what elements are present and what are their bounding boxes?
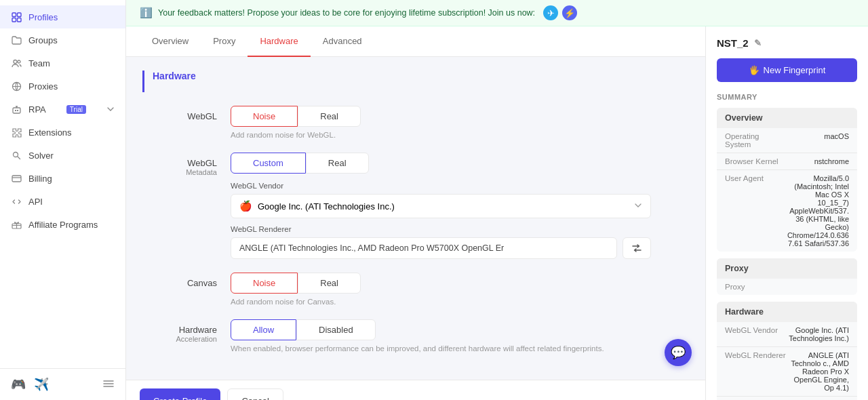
summary-overview-title: Overview: [717, 108, 857, 128]
feedback-banner: ℹ️ Your feedback matters! Propose your i…: [126, 0, 868, 26]
puzzle-icon: [11, 127, 22, 138]
canvas-label: Canvas: [142, 273, 231, 288]
folder-icon: [11, 35, 22, 45]
right-summary-panel: NST_2 ✎ 🖐 New Fingerprint SUMMARY Overvi…: [705, 26, 868, 400]
hw-accel-label-top: Hardware: [179, 325, 217, 335]
globe-icon: [11, 81, 22, 92]
summary-proxy-section: Proxy Proxy: [717, 258, 857, 295]
tab-hardware[interactable]: Hardware: [248, 26, 310, 57]
chat-fab-button[interactable]: 💬: [665, 339, 692, 366]
discord-banner-icon[interactable]: ⚡: [562, 5, 577, 20]
webgl-metadata-custom-btn[interactable]: Custom: [231, 153, 306, 174]
webgl-vendor-section: WebGL Vendor 🍎 Google Inc. (ATI Technolo…: [231, 182, 651, 218]
summary-proxy-key: Proxy: [725, 283, 786, 291]
edit-profile-icon[interactable]: ✎: [754, 38, 762, 48]
chevron-down-icon: [106, 105, 115, 113]
webgl-label: WebGL: [142, 106, 231, 121]
telegram-banner-icon[interactable]: ✈: [543, 5, 558, 20]
sidebar-item-label: Affiliate Programs: [28, 220, 98, 230]
hw-accel-content: Allow Disabled When enabled, browser per…: [231, 319, 651, 353]
summary-kernel-row: Browser Kernel nstchrome: [717, 153, 857, 170]
summary-heading: SUMMARY: [717, 93, 857, 101]
sidebar-item-profiles[interactable]: Profiles: [0, 5, 125, 28]
webgl-vendor-select[interactable]: 🍎 Google Inc. (ATI Technologies Inc.): [231, 194, 651, 218]
shuffle-icon: [631, 243, 642, 254]
svg-rect-2: [12, 18, 16, 22]
sidebar-item-affiliate[interactable]: Affiliate Programs: [0, 213, 125, 236]
sidebar-item-label: Team: [28, 58, 50, 68]
banner-social-icons: ✈ ⚡: [543, 5, 577, 20]
webgl-toggle-group: Noise Real: [231, 106, 651, 127]
tab-overview[interactable]: Overview: [140, 26, 201, 57]
profile-name: NST_2: [717, 37, 749, 49]
sidebar-item-api[interactable]: API: [0, 190, 125, 213]
sidebar-item-groups[interactable]: Groups: [0, 28, 125, 52]
canvas-real-btn[interactable]: Real: [298, 273, 361, 294]
canvas-hint: Add random noise for Canvas.: [231, 298, 651, 306]
sidebar-item-extensions[interactable]: Extensions: [0, 121, 125, 144]
summary-audio-row: AudioContext Noise: [717, 397, 857, 400]
summary-ua-row: User Agent Mozilla/5.0 (Macintosh; Intel…: [717, 170, 857, 252]
summary-webgl-vendor-val: Google Inc. (ATI Technologies Inc.): [786, 326, 849, 342]
svg-rect-3: [17, 18, 21, 22]
create-profile-button[interactable]: Create Profile: [140, 388, 220, 400]
canvas-noise-btn[interactable]: Noise: [231, 273, 298, 294]
summary-overview-section: Overview Operating System macOS Browser …: [717, 108, 857, 252]
code-icon: [11, 196, 22, 207]
tab-proxy[interactable]: Proxy: [201, 26, 248, 57]
webgl-noise-btn[interactable]: Noise: [231, 106, 298, 127]
webgl-metadata-field-row: WebGL Metadata Custom Real WebGL Vendor …: [142, 153, 689, 259]
sidebar-item-label: Solver: [28, 151, 54, 161]
svg-point-4: [14, 60, 17, 63]
webgl-metadata-real-btn[interactable]: Real: [306, 153, 369, 174]
summary-os-row: Operating System macOS: [717, 128, 857, 153]
summary-kernel-val: nstchrome: [814, 157, 849, 165]
sidebar-item-rpa[interactable]: RPA Trial: [0, 98, 125, 121]
telegram-icon[interactable]: ✈️: [34, 377, 49, 392]
card-icon: [11, 173, 22, 184]
sidebar-item-label: Extensions: [28, 127, 72, 138]
new-fp-label: New Fingerprint: [764, 65, 826, 75]
sidebar-item-label: API: [28, 197, 43, 207]
webgl-renderer-section: WebGL Renderer: [231, 225, 651, 259]
sidebar: Profiles Groups Team Proxies RPA: [0, 0, 126, 400]
summary-os-val: macOS: [824, 132, 849, 140]
sidebar-item-billing[interactable]: Billing: [0, 167, 125, 190]
summary-webgl-renderer-key: WebGL Renderer: [725, 351, 786, 359]
canvas-toggle-group: Noise Real: [231, 273, 651, 294]
hw-accel-allow-btn[interactable]: Allow: [231, 319, 296, 340]
form-panel: Overview Proxy Hardware Advanced Hardwar…: [126, 26, 705, 400]
summary-ua-val: Mozilla/5.0 (Macintosh; Intel Mac OS X 1…: [786, 174, 849, 247]
grid-icon: [11, 12, 22, 22]
summary-ua-key: User Agent: [725, 174, 786, 182]
robot-icon: [11, 104, 22, 115]
discord-icon[interactable]: 🎮: [11, 377, 26, 392]
content-area: Overview Proxy Hardware Advanced Hardwar…: [126, 26, 868, 400]
webgl-real-btn[interactable]: Real: [298, 106, 361, 127]
sidebar-item-label: Proxies: [28, 81, 58, 92]
webgl-meta-label-top: WebGL: [187, 158, 217, 168]
users-icon: [11, 58, 22, 68]
tab-bar: Overview Proxy Hardware Advanced: [126, 26, 705, 57]
sidebar-item-solver[interactable]: Solver: [0, 144, 125, 167]
cancel-button[interactable]: Cancel: [227, 388, 283, 400]
webgl-renderer-label: WebGL Renderer: [231, 225, 651, 233]
summary-proxy-title: Proxy: [717, 258, 857, 279]
summary-os-key: Operating System: [725, 132, 786, 148]
sidebar-item-team[interactable]: Team: [0, 52, 125, 75]
new-fingerprint-button[interactable]: 🖐 New Fingerprint: [717, 58, 857, 82]
hw-accel-disabled-btn[interactable]: Disabled: [296, 319, 376, 340]
hardware-form: Hardware WebGL Noise Real Add random noi…: [126, 57, 705, 380]
hw-accel-label: Hardware Acceleration: [142, 319, 231, 343]
summary-webgl-vendor-key: WebGL Vendor: [725, 326, 786, 334]
summary-webgl-renderer-row: WebGL Renderer ANGLE (ATI Technolo c., A…: [717, 347, 857, 397]
webgl-renderer-input[interactable]: [231, 237, 617, 259]
svg-rect-11: [12, 176, 21, 182]
sidebar-item-proxies[interactable]: Proxies: [0, 75, 125, 98]
fingerprint-icon: 🖐: [749, 65, 760, 75]
shuffle-renderer-btn[interactable]: [623, 237, 651, 259]
menu-icon[interactable]: [102, 378, 115, 392]
profile-title-row: NST_2 ✎: [717, 37, 857, 49]
main-area: ℹ️ Your feedback matters! Propose your i…: [126, 0, 868, 400]
tab-advanced[interactable]: Advanced: [311, 26, 374, 57]
